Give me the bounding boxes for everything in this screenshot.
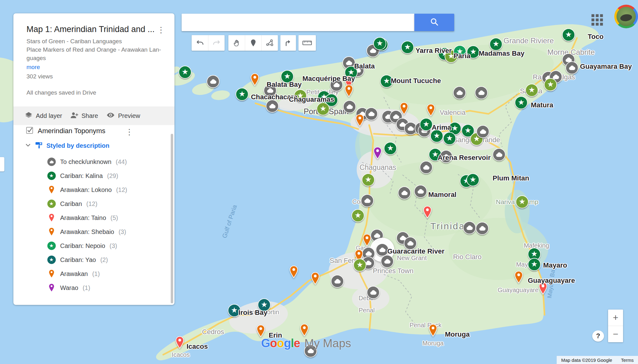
styled-by-row[interactable]: Styled by description xyxy=(25,141,109,150)
map-marker-cloud[interactable] xyxy=(453,86,466,99)
map-marker-star[interactable]: ★ xyxy=(401,41,414,54)
map-marker-star[interactable]: ★ xyxy=(420,118,433,131)
share-button[interactable]: Share xyxy=(70,111,98,121)
edge-partial-control[interactable] xyxy=(0,157,4,171)
map-marker-star[interactable]: ★ xyxy=(516,195,529,208)
map-marker-cloud[interactable] xyxy=(475,86,488,99)
measure-group xyxy=(298,35,316,51)
map-marker-star[interactable]: ★ xyxy=(544,78,557,91)
map-marker-cloud[interactable] xyxy=(414,185,427,198)
undo-button[interactable] xyxy=(192,35,208,51)
legend-item[interactable]: ★Cariban(12) xyxy=(47,200,98,208)
map-marker-star[interactable]: ★ xyxy=(489,38,502,51)
map-marker-pin[interactable] xyxy=(423,206,432,220)
zoom-out-button[interactable]: − xyxy=(608,326,623,342)
pin-marker-icon xyxy=(47,214,56,222)
map-marker-star[interactable]: ★ xyxy=(515,96,528,109)
map-marker-pin[interactable] xyxy=(399,102,409,116)
map-base-label: Valencia xyxy=(440,109,466,117)
map-marker-label: Balata xyxy=(354,62,375,70)
map-marker-cloud[interactable] xyxy=(476,222,489,235)
legend-item[interactable]: To check/unknown(44) xyxy=(47,158,127,166)
legend-item[interactable]: ★Cariban: Yao(2) xyxy=(47,256,108,264)
map-marker-star[interactable]: ★ xyxy=(443,132,456,145)
zoom-in-button[interactable]: + xyxy=(608,310,623,326)
layer-name[interactable]: Amerindian Toponyms xyxy=(38,127,105,135)
redo-button[interactable] xyxy=(208,35,225,51)
legend-item[interactable]: Arawakan: Taino(5) xyxy=(47,214,118,222)
map-marker-pin[interactable] xyxy=(428,324,438,338)
map-marker-star[interactable]: ★ xyxy=(351,209,364,222)
account-avatar[interactable] xyxy=(614,5,638,28)
legend-item[interactable]: Arawakan: Lokono(12) xyxy=(47,186,127,194)
map-marker-cloud[interactable] xyxy=(331,275,344,288)
map-marker-pin[interactable] xyxy=(373,147,382,161)
map-marker-star[interactable]: ★ xyxy=(528,258,541,271)
map-marker-cloud[interactable] xyxy=(376,243,389,256)
map-marker-cloud[interactable] xyxy=(361,194,374,207)
map-marker-pin[interactable] xyxy=(362,234,372,248)
map-marker-label: Moruga xyxy=(445,330,469,338)
add-layer-button[interactable]: Add layer xyxy=(25,111,62,121)
preview-button[interactable]: Preview xyxy=(106,111,140,121)
legend-item[interactable]: ★Cariban: Nepoio(3) xyxy=(47,242,117,250)
map-marker-pin[interactable] xyxy=(344,84,354,99)
map-marker-star[interactable]: ★ xyxy=(362,173,375,186)
search-input[interactable] xyxy=(182,14,414,31)
search-button[interactable] xyxy=(414,14,454,31)
map-marker-cloud[interactable] xyxy=(476,125,489,138)
map-marker-star[interactable]: ★ xyxy=(466,173,479,186)
legend-item[interactable]: Arawakan: Shebaio(3) xyxy=(47,228,126,236)
map-marker-pin[interactable] xyxy=(300,324,309,338)
map-marker-label: Chaguaramas xyxy=(289,96,334,104)
map-marker-star[interactable]: ★ xyxy=(562,28,575,41)
map-marker-label: Irois Bay xyxy=(239,309,268,317)
map-marker-star[interactable]: ★ xyxy=(179,66,192,79)
map-marker-star[interactable]: ★ xyxy=(525,84,538,97)
map-marker-pin[interactable] xyxy=(514,271,523,285)
panel-scrollbar[interactable] xyxy=(171,134,173,303)
legend-item[interactable]: ★Cariban: Kalina(29) xyxy=(47,172,118,180)
google-logo-letter: o xyxy=(270,337,277,350)
add-directions-button[interactable] xyxy=(280,35,296,51)
add-marker-button[interactable] xyxy=(245,35,261,51)
layer-checkbox[interactable] xyxy=(26,127,33,135)
legend-item[interactable]: Warao(1) xyxy=(47,284,90,292)
map-marker-star[interactable]: ★ xyxy=(317,102,330,115)
pin-marker-icon xyxy=(47,270,56,278)
map-marker-cloud[interactable] xyxy=(463,221,476,234)
map-marker-cloud[interactable] xyxy=(343,100,356,113)
map-marker-star[interactable]: ★ xyxy=(373,37,386,50)
map-marker-star[interactable]: ★ xyxy=(236,88,249,101)
more-link[interactable]: more xyxy=(26,64,40,71)
map-marker-star[interactable]: ★ xyxy=(384,142,397,155)
draw-line-button[interactable] xyxy=(261,35,278,51)
pan-tool-button[interactable] xyxy=(228,35,245,51)
map-marker-cloud[interactable] xyxy=(381,255,394,268)
layer-menu-icon[interactable]: ⋮ xyxy=(125,127,133,137)
map-marker-pin[interactable] xyxy=(250,73,259,87)
measure-button[interactable] xyxy=(298,35,316,51)
map-marker-cloud[interactable] xyxy=(420,161,433,174)
map-marker-star[interactable]: ★ xyxy=(353,259,366,272)
map-marker-label: Arima xyxy=(432,124,451,132)
legend-item[interactable]: Arawakan(1) xyxy=(47,270,100,278)
map-marker-pin[interactable] xyxy=(175,336,184,350)
map-marker-pin[interactable] xyxy=(355,114,364,128)
map-marker-cloud[interactable] xyxy=(398,186,411,199)
terms-link[interactable]: Terms xyxy=(621,357,634,363)
map-marker-cloud[interactable] xyxy=(367,286,380,299)
map-marker-cloud[interactable] xyxy=(207,75,220,88)
legend-label: Arawakan: Lokono xyxy=(60,186,112,194)
legend-label: Cariban: Yao xyxy=(60,256,96,264)
google-apps-grid-icon[interactable] xyxy=(590,13,604,27)
map-marker-cloud[interactable] xyxy=(493,148,506,161)
help-button[interactable]: ? xyxy=(592,330,604,342)
map-marker-pin[interactable] xyxy=(311,272,320,286)
map-marker-pin[interactable] xyxy=(426,104,436,118)
map-marker-cloud[interactable] xyxy=(565,61,578,74)
map-marker-cloud[interactable] xyxy=(266,100,279,113)
map-marker-pin[interactable] xyxy=(289,265,298,280)
map-marker-cloud[interactable] xyxy=(365,107,378,120)
panel-menu-icon[interactable]: ⋮ xyxy=(157,25,165,35)
